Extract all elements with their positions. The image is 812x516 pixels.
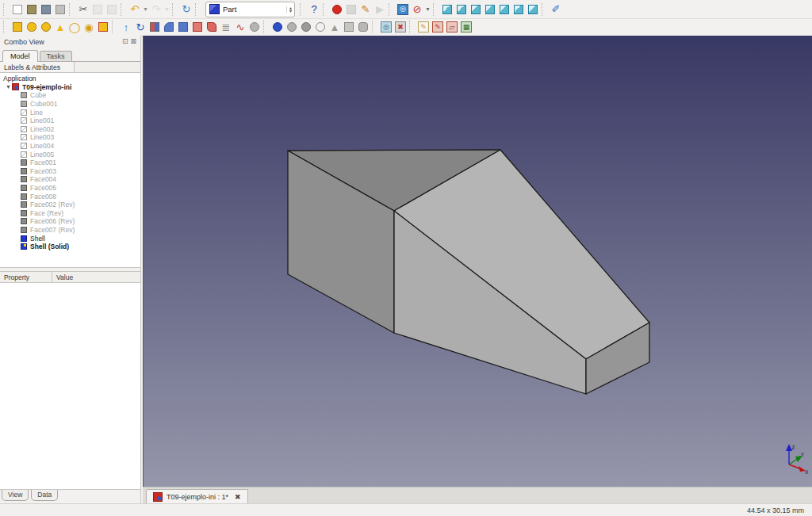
document-tab-close-icon[interactable]: ✖ xyxy=(235,493,241,501)
tab-view[interactable]: View xyxy=(2,490,29,501)
extrude-icon[interactable]: ↑ xyxy=(120,21,132,33)
bottom-view-icon[interactable] xyxy=(514,5,523,14)
property-column-header[interactable]: Property xyxy=(0,272,52,282)
redo-dropdown-icon[interactable]: ▾ xyxy=(164,3,170,16)
panel-close-icon[interactable]: ⊠ xyxy=(130,38,136,45)
check-geometry-icon[interactable]: ◎ xyxy=(381,21,392,32)
whats-this-icon[interactable]: ? xyxy=(308,3,320,16)
save-icon[interactable] xyxy=(41,5,51,14)
redo-icon[interactable]: ↷ xyxy=(150,3,163,16)
tree-item[interactable]: Face007 (Rev) xyxy=(0,226,140,235)
tree-item[interactable]: Shell (Solid) xyxy=(0,243,140,251)
part-primitives-icon[interactable]: ◉ xyxy=(82,21,95,33)
workbench-spinner-icon[interactable]: ▴▾ xyxy=(286,6,292,13)
tab-data[interactable]: Data xyxy=(31,490,58,501)
cross-sections-icon[interactable] xyxy=(344,22,354,32)
workbench-selector[interactable]: Part▴▾ xyxy=(205,2,295,17)
loft-icon[interactable]: ≣ xyxy=(220,21,232,33)
copy-icon[interactable] xyxy=(93,5,102,14)
tree-item[interactable]: Line001 xyxy=(0,117,140,125)
tree-item[interactable]: Line002 xyxy=(0,125,140,134)
tree-item[interactable]: Face005 xyxy=(0,184,140,193)
validate-sketch-icon[interactable]: ▦ xyxy=(461,21,472,32)
model-tree[interactable]: Application▼T09-ejemplo-iniCubeCube001Li… xyxy=(0,73,140,268)
tree-item[interactable]: Cube xyxy=(0,91,140,100)
rear-view-icon[interactable] xyxy=(500,5,509,14)
part-cylinder-icon[interactable] xyxy=(27,22,36,32)
tree-item[interactable]: Face006 (Rev) xyxy=(0,217,140,226)
macro-play-icon[interactable]: ▶ xyxy=(373,3,386,16)
tree-item[interactable]: Face002 (Rev) xyxy=(0,201,140,209)
revolve-icon[interactable]: ↻ xyxy=(134,21,147,33)
tree-item[interactable]: Face001 xyxy=(0,159,140,167)
mdi-area: ZYX T09-ejemplo-ini : 1* ✖ xyxy=(143,36,812,503)
print-icon[interactable] xyxy=(56,5,65,14)
document-tab[interactable]: T09-ejemplo-ini : 1* ✖ xyxy=(146,489,248,503)
tree-item[interactable]: Cube001 xyxy=(0,100,140,109)
make-face-icon[interactable] xyxy=(193,22,202,32)
tree-item[interactable]: Line004 xyxy=(0,142,140,151)
open-file-icon[interactable] xyxy=(27,5,36,14)
measure-distance-icon[interactable]: ✐ xyxy=(550,3,562,16)
cut-boolean-icon[interactable] xyxy=(287,22,297,32)
labels-attributes-header[interactable]: Labels & Attributes xyxy=(0,62,75,72)
paste-icon[interactable] xyxy=(107,5,117,14)
fillet-icon[interactable] xyxy=(164,22,174,32)
draw-style-icon[interactable]: ⊘ xyxy=(411,3,423,16)
tree-item[interactable]: Line003 xyxy=(0,133,140,142)
section-icon[interactable] xyxy=(250,22,259,32)
tab-model[interactable]: Model xyxy=(2,50,38,62)
undo-icon[interactable]: ↶ xyxy=(128,3,141,16)
section-cut-icon[interactable]: ▲ xyxy=(328,21,341,33)
union-icon[interactable] xyxy=(301,22,311,32)
part-torus-icon[interactable]: ◯ xyxy=(68,21,81,33)
tree-item[interactable]: Face008 xyxy=(0,192,140,201)
ruled-surface-icon[interactable] xyxy=(207,22,216,32)
macro-edit-icon[interactable]: ✎ xyxy=(359,3,372,16)
tree-document[interactable]: ▼T09-ejemplo-ini xyxy=(0,83,140,92)
new-file-icon[interactable] xyxy=(13,5,22,14)
tree-face-icon xyxy=(21,227,27,233)
mirror-icon[interactable] xyxy=(150,22,159,32)
part-cone-icon[interactable]: ▲ xyxy=(54,21,67,33)
3d-scene[interactable]: ZYX xyxy=(144,36,812,487)
fit-all-icon[interactable]: ◎ xyxy=(397,4,408,15)
intersection-icon[interactable] xyxy=(316,22,325,32)
create-sketch-icon[interactable]: ✎ xyxy=(418,21,429,32)
3d-viewport[interactable]: ZYX xyxy=(143,36,812,487)
map-sketch-icon[interactable]: ▱ xyxy=(446,21,458,32)
tree-item[interactable]: Line xyxy=(0,108,140,117)
tree-item[interactable]: Line005 xyxy=(0,150,140,159)
value-column-header[interactable]: Value xyxy=(52,273,73,281)
tree-line-icon xyxy=(21,126,27,132)
tree-item[interactable]: Face004 xyxy=(0,175,140,184)
right-view-icon[interactable] xyxy=(485,5,495,14)
front-view-icon[interactable] xyxy=(457,5,466,14)
refresh-icon[interactable]: ↻ xyxy=(180,3,193,16)
tab-tasks[interactable]: Tasks xyxy=(40,51,72,61)
tree-item[interactable]: Face (Rev) xyxy=(0,209,140,218)
axonometric-view-icon[interactable] xyxy=(442,5,452,14)
macro-stop-icon[interactable] xyxy=(347,5,356,14)
draw-style-dropdown-icon[interactable]: ▾ xyxy=(425,3,431,16)
tree-root-application[interactable]: Application xyxy=(0,75,140,83)
edit-sketch-icon[interactable]: ✎ xyxy=(432,21,443,32)
part-sphere-icon[interactable] xyxy=(41,22,51,32)
panel-undock-icon[interactable]: ⊡ xyxy=(122,38,128,45)
part-box-icon[interactable] xyxy=(13,22,22,32)
offset-icon[interactable] xyxy=(358,22,368,32)
chamfer-icon[interactable] xyxy=(178,22,188,32)
shape-builder-icon[interactable] xyxy=(98,22,108,32)
macro-record-icon[interactable] xyxy=(332,5,342,14)
sweep-icon[interactable]: ∿ xyxy=(234,21,247,33)
cut-icon[interactable]: ✂ xyxy=(77,3,90,16)
tree-face-icon xyxy=(21,218,27,224)
defeaturing-icon[interactable]: ✖ xyxy=(395,21,406,32)
tree-item[interactable]: Face003 xyxy=(0,167,140,176)
tree-expander-icon[interactable]: ▼ xyxy=(5,84,12,90)
tree-item[interactable]: Shell xyxy=(0,234,140,243)
undo-dropdown-icon[interactable]: ▾ xyxy=(143,3,148,16)
left-view-icon[interactable] xyxy=(528,5,538,14)
boolean-icon[interactable] xyxy=(273,22,282,32)
top-view-icon[interactable] xyxy=(471,5,481,14)
